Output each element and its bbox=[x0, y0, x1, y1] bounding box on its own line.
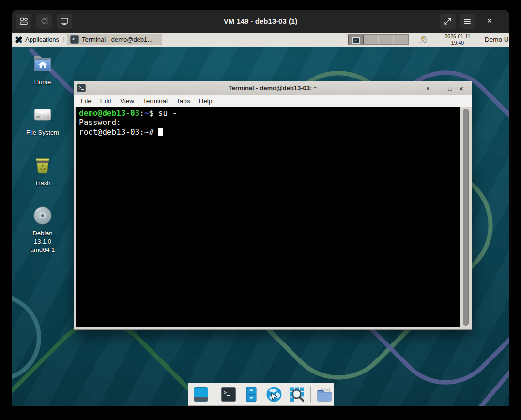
xfce-logo-icon bbox=[15, 36, 23, 44]
desktop-icon-label: Trash bbox=[25, 179, 61, 187]
mini-terminal-icon: >_ bbox=[352, 37, 360, 44]
vm-viewer-window: VM 149 - deb13-03 (1) × bbox=[12, 10, 509, 406]
display-icon bbox=[60, 17, 69, 26]
close-button[interactable]: × bbox=[482, 14, 497, 29]
vm-windows-button[interactable] bbox=[16, 14, 31, 29]
terminal-icon: >_ bbox=[70, 35, 79, 44]
task-label: Terminal - demo@deb1... bbox=[82, 36, 153, 43]
vm-window-title: VM 149 - deb13-03 (1) bbox=[12, 10, 509, 33]
grid-windows-icon bbox=[19, 17, 28, 26]
hamburger-menu-icon bbox=[463, 17, 472, 26]
workspace-4[interactable] bbox=[394, 35, 408, 44]
clock-date: 2026-01-11 bbox=[436, 33, 479, 40]
dock-file-folder[interactable] bbox=[315, 385, 334, 404]
wallpaper-shape bbox=[12, 294, 41, 382]
clock-time: 19:40 bbox=[436, 40, 479, 46]
terminal-close-button[interactable]: × bbox=[456, 84, 467, 93]
workspace-1[interactable]: >_ bbox=[348, 35, 364, 44]
dock: >_ bbox=[188, 383, 334, 406]
folder-icon bbox=[315, 385, 334, 404]
terminal-cursor bbox=[158, 128, 163, 136]
terminal-dock-icon: >_ bbox=[219, 385, 238, 404]
terminal-maximize-button[interactable]: □ bbox=[444, 85, 456, 92]
menu-edit[interactable]: Edit bbox=[96, 97, 116, 105]
user-label: Demo User bbox=[485, 33, 509, 46]
desktop-icon-label: Home bbox=[25, 78, 61, 86]
dock-show-desktop[interactable] bbox=[192, 385, 210, 404]
desktop-icon-label: Debian 13.1.0 amd64 1 bbox=[25, 229, 61, 254]
vm-send-keys-button[interactable] bbox=[36, 14, 52, 29]
app-finder-icon bbox=[288, 385, 306, 404]
terminal-body: demo@deb13-03:~$ su -Password:root@deb13… bbox=[74, 107, 472, 329]
terminal-titlebar[interactable]: >_ Terminal - demo@deb13-03: ~ ∧_□× bbox=[74, 81, 472, 95]
terminal-output[interactable]: demo@deb13-03:~$ su -Password:root@deb13… bbox=[76, 107, 460, 327]
menu-terminal[interactable]: Terminal bbox=[138, 97, 172, 105]
fullscreen-icon bbox=[444, 17, 452, 26]
taskbar-button-terminal[interactable]: >_ Terminal - demo@deb1... bbox=[67, 34, 162, 45]
desktop: Home File System bbox=[12, 47, 509, 406]
panel-handle-icon bbox=[63, 37, 64, 42]
desktop-icon-file-system[interactable]: File System bbox=[25, 104, 61, 137]
trash-icon bbox=[31, 154, 54, 176]
workspace-2[interactable] bbox=[364, 35, 379, 44]
vm-display-button[interactable] bbox=[57, 14, 72, 29]
terminal-scrollbar[interactable] bbox=[463, 109, 469, 326]
menu-help[interactable]: Help bbox=[195, 97, 217, 105]
terminal-menubar: FileEditViewTerminalTabsHelp bbox=[74, 95, 472, 107]
menu-button[interactable] bbox=[460, 14, 475, 29]
send-keys-icon bbox=[40, 17, 48, 26]
terminal-line: root@deb13-03:~# bbox=[79, 127, 460, 137]
fullscreen-button[interactable] bbox=[440, 14, 456, 29]
xfce-panel: Applications >_ Terminal - demo@deb1... … bbox=[12, 33, 509, 47]
desktop-icon-trash[interactable]: Trash bbox=[25, 154, 61, 187]
menu-view[interactable]: View bbox=[116, 97, 138, 105]
show-desktop-icon bbox=[192, 385, 210, 404]
dock-separator bbox=[215, 386, 215, 403]
terminal-minimize-button[interactable]: _ bbox=[433, 83, 444, 91]
terminal-title: Terminal - demo@deb13-03: ~ bbox=[74, 81, 472, 95]
applications-label: Applications bbox=[25, 36, 59, 43]
clock[interactable]: 2026-01-11 19:40 bbox=[436, 33, 479, 46]
menu-tabs[interactable]: Tabs bbox=[172, 97, 195, 105]
desktop-icon-home[interactable]: Home bbox=[25, 53, 61, 86]
wallpaper-shape bbox=[476, 353, 509, 406]
dock-file-manager[interactable] bbox=[242, 385, 260, 404]
terminal-window: >_ Terminal - demo@deb13-03: ~ ∧_□× File… bbox=[74, 81, 472, 330]
web-browser-icon bbox=[265, 385, 283, 404]
terminal-line: demo@deb13-03:~$ su - bbox=[79, 109, 460, 118]
workspace-pager: >_ bbox=[348, 34, 409, 45]
workspace-3[interactable] bbox=[379, 35, 394, 44]
terminal-line: Password: bbox=[79, 118, 460, 127]
vm-titlebar: VM 149 - deb13-03 (1) × bbox=[12, 10, 509, 33]
desktop-icon-label: File System bbox=[25, 128, 61, 137]
desktop-icon-debian-iso[interactable]: Debian 13.1.0 amd64 1 bbox=[25, 204, 61, 254]
terminal-shade-button[interactable]: ∧ bbox=[422, 85, 433, 92]
home-folder-icon bbox=[31, 53, 54, 76]
svg-text:>_: >_ bbox=[224, 390, 230, 396]
dock-app-finder[interactable] bbox=[288, 385, 306, 404]
mouse-tray-icon[interactable] bbox=[419, 35, 429, 45]
terminal-window-controls: ∧_□× bbox=[422, 81, 467, 95]
screenshot-root: VM 149 - deb13-03 (1) × bbox=[0, 0, 521, 420]
cd-disc-icon bbox=[31, 204, 54, 227]
menu-file[interactable]: File bbox=[77, 97, 96, 105]
applications-menu-button[interactable]: Applications bbox=[13, 33, 66, 46]
dock-terminal[interactable]: >_ bbox=[219, 385, 238, 404]
dock-separator bbox=[310, 386, 311, 403]
hard-drive-icon bbox=[31, 104, 54, 126]
file-manager-icon bbox=[242, 385, 260, 404]
dock-web-browser[interactable] bbox=[265, 385, 283, 404]
